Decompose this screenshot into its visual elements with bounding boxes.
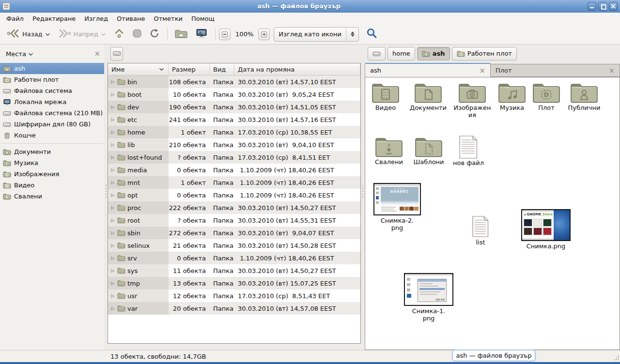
file-row-mnt[interactable]: ▷ mnt 1 обект Папка 1.10.2009 (чт) 18,40… [108, 176, 360, 189]
breadcrumb-button-Работен плот[interactable]: Работен плот [452, 47, 517, 61]
tab-close-icon[interactable]: × [479, 66, 485, 75]
menu-5[interactable]: Отметки [149, 14, 186, 24]
expander-icon[interactable]: ▷ [110, 230, 115, 235]
file-row-opt[interactable]: ▷ opt 0 обекта Папка 1.10.2009 (чт) 18,4… [108, 189, 360, 201]
minimize-button[interactable] [588, 2, 596, 11]
icon-view[interactable]: Видео Документи Изображения Музика D Пло… [365, 77, 620, 350]
zoom-in-button[interactable] [258, 29, 270, 40]
file-row-dev[interactable]: ▷ dev 190 обекта Папка 30.03.2010 (вт) 1… [108, 101, 360, 113]
tab-ash[interactable]: ash× [365, 63, 491, 77]
sidebar-item-файлова-система[interactable]: Файлова система [0, 85, 104, 96]
expander-icon[interactable]: ▷ [110, 130, 115, 135]
expander-icon[interactable]: ▷ [110, 79, 115, 84]
sidebar-item-музика[interactable]: ♪Музика [0, 157, 104, 168]
sidebar-item-работен-плот[interactable]: Работен плот [0, 74, 104, 85]
expander-icon[interactable]: ▷ [110, 105, 115, 109]
close-button[interactable] [609, 2, 618, 11]
reload-button[interactable] [146, 27, 164, 42]
column-header-1[interactable]: Име [108, 63, 169, 76]
tab-close-icon[interactable]: × [608, 66, 615, 75]
pane-splitter-left[interactable] [104, 45, 108, 350]
back-button[interactable]: Назад [3, 27, 54, 42]
folder-item-изображения[interactable]: Изображения [451, 81, 493, 119]
folder-item-нов-файл[interactable]: нов файл [449, 136, 488, 167]
file-row-selinux[interactable]: ▷ selinux 21 обекта Папка 30.03.2010 (вт… [108, 239, 360, 252]
folder-item-плот[interactable]: D Плот [531, 81, 562, 111]
expander-icon[interactable]: ▷ [110, 306, 115, 311]
computer-button[interactable] [191, 27, 212, 42]
expander-icon[interactable]: ▷ [110, 293, 115, 298]
file-row-lost+found[interactable]: ▷ lost+found ? обекта Папка 17.03.2010 (… [108, 151, 360, 164]
back-dropdown-icon[interactable] [45, 30, 50, 38]
menu-2[interactable]: Редактиране [28, 14, 80, 24]
file-row-sbin[interactable]: ▷ sbin 272 обекта Папка 30.03.2010 (вт) … [108, 227, 360, 239]
expander-icon[interactable]: ▷ [110, 281, 115, 286]
taskbar-window-button[interactable]: ash — файлов браузър [452, 349, 536, 362]
home-button[interactable] [171, 27, 191, 42]
zoom-out-button[interactable] [219, 29, 231, 40]
expander-icon[interactable]: ▷ [110, 155, 115, 160]
sidebar-dropdown-icon[interactable] [28, 50, 33, 58]
menu-1[interactable]: Файл [2, 14, 28, 24]
forward-button[interactable]: Напред [54, 27, 110, 42]
breadcrumb-button-home[interactable]: home [388, 47, 415, 61]
expander-icon[interactable]: ▷ [110, 193, 115, 197]
pathbar-root-button[interactable] [110, 47, 123, 61]
search-button[interactable] [364, 27, 380, 42]
file-row-root[interactable]: ▷ root ? обекта Папка 30.03.2010 (вт) 14… [108, 214, 360, 227]
stop-button[interactable] [128, 27, 146, 42]
column-header-2[interactable]: Размер [169, 63, 210, 76]
file-row-usr[interactable]: ▷ usr 12 обекта Папка 17.03.2010 (ср) 8,… [108, 289, 360, 302]
file-item-снимка-png[interactable]: ⲟ GNOME Store Снимка.png [521, 209, 571, 250]
file-row-bin[interactable]: ▷ bin 108 обекта Папка 30.03.2010 (вт) 1… [108, 76, 360, 88]
maximize-button[interactable] [598, 2, 607, 11]
sidebar-item-документи[interactable]: Документи [0, 146, 104, 157]
file-row-etc[interactable]: ▷ etc 241 обекта Папка 30.03.2010 (вт) 1… [108, 113, 360, 126]
file-row-home[interactable]: ▷ home 1 обект Папка 17.03.2010 (ср) 10,… [108, 126, 360, 138]
expander-icon[interactable]: ▷ [110, 142, 115, 147]
menu-3[interactable]: Изглед [80, 14, 112, 24]
column-header-4[interactable]: Дата на промяна [234, 63, 360, 76]
file-item-list[interactable]: list [464, 216, 497, 246]
file-row-srv[interactable]: ▷ srv 0 обекта Папка 1.10.2009 (чт) 18,4… [108, 252, 360, 264]
folder-item-публични[interactable]: Публични [562, 81, 606, 111]
sidebar-item-кошче[interactable]: Кошче [0, 130, 104, 141]
sidebar-close-icon[interactable]: × [94, 49, 100, 58]
expander-icon[interactable]: ▷ [110, 117, 115, 122]
folder-item-шаблони[interactable]: Шаблони [409, 136, 449, 166]
expander-icon[interactable]: ▷ [110, 268, 115, 273]
folder-item-музика[interactable]: Музика [493, 81, 531, 111]
expander-icon[interactable]: ▷ [110, 243, 115, 248]
folder-item-документи[interactable]: Документи [405, 81, 451, 111]
menu-6[interactable]: Помощ [187, 14, 219, 24]
file-row-sys[interactable]: ▷ sys 11 обекта Папка 30.03.2010 (вт) 14… [108, 264, 360, 277]
tab-Плот[interactable]: Плот× [491, 64, 620, 77]
file-item-снимка-2-png[interactable]: the conferenceGUADEC Снимка-2.png [373, 183, 421, 232]
expander-icon[interactable]: ▷ [110, 218, 115, 223]
breadcrumb-button-filesystem[interactable] [368, 47, 386, 61]
sidebar-item-свалени[interactable]: Свалени [0, 191, 104, 202]
breadcrumb-button-ash[interactable]: ash [417, 47, 450, 61]
up-button[interactable] [110, 27, 128, 42]
sidebar-item-локална-мрежа[interactable]: Локална мрежа [0, 96, 104, 107]
pane-splitter-right[interactable] [361, 45, 365, 350]
sidebar-title[interactable]: Места [6, 50, 26, 58]
resize-grip[interactable] [613, 355, 619, 361]
expander-icon[interactable]: ▷ [110, 205, 115, 210]
expander-icon[interactable]: ▷ [110, 167, 115, 172]
column-header-3[interactable]: Вид [210, 63, 234, 76]
file-row-boot[interactable]: ▷ boot 10 обекта Папка 30.03.2010 (вт) 9… [108, 88, 360, 101]
sidebar-item-ash[interactable]: ash [0, 63, 104, 74]
expander-icon[interactable]: ▷ [110, 180, 115, 185]
folder-item-свалени[interactable]: Свалени [369, 136, 409, 166]
file-row-var[interactable]: ▷ var 20 обекта Папка 30.03.2010 (вт) 14… [108, 302, 360, 315]
expander-icon[interactable]: ▷ [110, 92, 115, 97]
sidebar-item-видео[interactable]: Видео [0, 180, 104, 191]
folder-item-видео[interactable]: Видео [366, 81, 405, 111]
menu-4[interactable]: Отиване [112, 14, 149, 24]
sidebar-item-изображения[interactable]: Изображения [0, 168, 104, 180]
view-mode-select[interactable]: Изглед като икони [274, 27, 359, 42]
file-item-снимка-1-png[interactable]: Снимка-1.png [404, 273, 453, 322]
expander-icon[interactable]: ▷ [110, 256, 115, 260]
sidebar-item-шифриран-дял-80-gb-[interactable]: Шифриран дял (80 GB) [0, 119, 104, 130]
